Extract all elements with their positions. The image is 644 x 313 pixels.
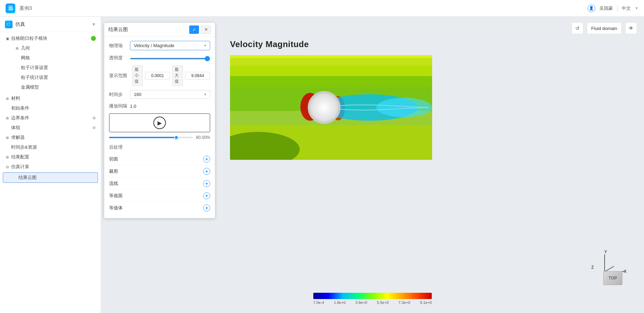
velocity-magnitude-title: Velocity Magnitude (230, 39, 309, 49)
sidebar-item-solver[interactable]: ⊞ 求解器 (0, 133, 101, 142)
particle-calc-label: 粒子计算设置 (15, 65, 96, 71)
post-label: 后处理 (109, 144, 210, 150)
progress-percent: 80.00% (196, 135, 210, 140)
expand-icon: ⊟ (5, 164, 10, 169)
dropdown-arrow-icon: ▾ (204, 43, 206, 48)
sidebar-item-mesh[interactable]: 网格 (15, 53, 101, 63)
status-badge (91, 36, 96, 41)
init-label: 初始条件 (11, 105, 96, 111)
timestep-label: 时间步&资源 (11, 144, 96, 150)
eye-button[interactable]: 👁 (625, 22, 637, 34)
top-controls: ↺ Fluid domain 👁 (572, 22, 637, 34)
sidebar-collapse-icon[interactable]: ▼ (92, 22, 96, 27)
progress-track (109, 137, 193, 138)
close-button[interactable]: ✕ (201, 25, 211, 34)
min-value-input[interactable] (145, 72, 170, 80)
min-label: 最小值 (132, 65, 143, 86)
solver-label: 求解器 (11, 134, 96, 141)
main-area: ⬡ 仿真 ▼ ▣ 拉格朗日粒子模块 ⊞ 几何 网格 (0, 17, 644, 313)
display-range-row: 显示范围 最小值 最大值 (109, 65, 210, 86)
post-item-clip[interactable]: 裁剪 + (109, 165, 210, 178)
colorbar-label-3: 5.5e+0 (377, 300, 389, 305)
expand-icon: ⊞ (5, 155, 10, 159)
sidebar-item-boundary[interactable]: ⊞ 边界条件 ⊕ (0, 113, 101, 123)
progress-fill (109, 137, 176, 138)
expand-icon: ⊞ (5, 96, 10, 101)
colorbar-label-0: 7.0e-4 (313, 300, 324, 305)
user-name: 吴国豪 (599, 5, 613, 12)
add-volume-icon[interactable]: ⊕ (92, 125, 96, 130)
progress-thumb[interactable] (174, 135, 178, 140)
colorbar-label-5: 9.1e+0 (420, 300, 432, 305)
sidebar-item-result-config[interactable]: ⊞ 结果配置 (0, 152, 101, 162)
metal-model-label: 金属模型 (15, 84, 96, 90)
sidebar: ⬡ 仿真 ▼ ▣ 拉格朗日粒子模块 ⊞ 几何 网格 (0, 17, 101, 313)
play-button[interactable]: ▶ (109, 113, 210, 132)
orientation-cube: TOP (603, 271, 622, 285)
expand-icon: ⊞ (15, 46, 20, 51)
confirm-button[interactable]: ✓ (189, 25, 199, 34)
add-boundary-icon[interactable]: ⊕ (92, 115, 96, 120)
physics-selector[interactable]: Velocity / Magnitude ▾ (130, 41, 210, 50)
max-value-input[interactable] (185, 72, 210, 80)
expand-icon: ⊞ (5, 135, 10, 140)
sidebar-header: ⬡ 仿真 ▼ (0, 17, 101, 32)
sidebar-item-timestep[interactable]: 时间步&资源 (0, 142, 101, 152)
language-selector[interactable]: 中文 (622, 5, 631, 12)
z-axis-label: Z (591, 265, 594, 270)
sidebar-item-sim-calc[interactable]: ⊟ 仿真计算 (0, 162, 101, 172)
refresh-button[interactable]: ↺ (572, 22, 583, 34)
app-logo: 远 (6, 3, 15, 13)
colorbar-container: 7.0e-4 1.8e+0 3.6e+0 5.5e+0 7.3e+0 9.1e+… (313, 293, 432, 305)
physics-value: Velocity / Magnitude (134, 43, 174, 48)
timestep-dropdown-icon: ▾ (204, 92, 206, 97)
isosurface-label: 等值面 (109, 193, 123, 199)
volume-label: 体组 (11, 125, 91, 131)
sidebar-item-init[interactable]: 初始条件 (0, 103, 101, 113)
add-clip-icon[interactable]: + (203, 168, 210, 175)
y-axis-line (604, 254, 605, 272)
clip-label: 裁剪 (109, 168, 118, 174)
content-area: ↺ Fluid domain 👁 结果云图 ✓ ✕ 物理场 (101, 17, 644, 313)
app-title: 案例3 (20, 5, 32, 12)
sidebar-item-result-cloud[interactable]: 结果云图 (3, 172, 98, 183)
lagrange-children: ⊞ 几何 网格 粒子计算设置 粒子统计设置 金属模型 (0, 43, 101, 92)
panel-title: 结果云图 (108, 27, 128, 33)
refresh-icon: ↺ (575, 25, 580, 31)
sidebar-item-metal-model[interactable]: 金属模型 (15, 82, 101, 92)
post-section: 后处理 切面 + 裁剪 + 流线 + 等值面 + (109, 144, 210, 214)
range-label: 显示范围 (109, 73, 130, 79)
add-isosurface-icon[interactable]: + (203, 192, 210, 199)
svg-point-11 (308, 91, 340, 124)
panel-actions: ✓ ✕ (189, 25, 211, 34)
topnav-left: 远 案例3 (6, 3, 32, 13)
streamline-label: 流线 (109, 180, 118, 187)
add-slice-icon[interactable]: + (203, 156, 210, 163)
sidebar-item-particle-calc[interactable]: 粒子计算设置 (15, 63, 101, 73)
topnav: 远 案例3 👤 吴国豪 中文 ▼ (0, 0, 644, 17)
colorbar (313, 293, 432, 299)
max-label: 最大值 (172, 65, 183, 86)
add-streamline-icon[interactable]: + (203, 180, 210, 187)
timestep-selector[interactable]: 160 ▾ (130, 90, 210, 99)
sidebar-item-material[interactable]: ⊞ 材料 (0, 94, 101, 103)
orientation-widget: TOP Y X Z (592, 250, 627, 285)
add-isovolume-icon[interactable]: + (203, 204, 210, 211)
sidebar-item-particle-stat[interactable]: 粒子统计设置 (15, 73, 101, 82)
eye-icon: 👁 (629, 25, 634, 31)
transparency-slider[interactable] (130, 58, 210, 59)
physics-label: 物理场 (109, 43, 130, 49)
post-item-isovolume[interactable]: 等值体 + (109, 202, 210, 214)
post-item-slice[interactable]: 切面 + (109, 153, 210, 165)
result-panel: 结果云图 ✓ ✕ 物理场 Velocity / Magnitude ▾ (104, 22, 215, 218)
timestep-label: 时间步 (109, 91, 130, 98)
transparency-label: 透明度 (109, 55, 130, 61)
interval-value: 1.0 (130, 104, 136, 109)
sidebar-item-volume[interactable]: 体组 ⊕ (0, 123, 101, 133)
topnav-right: 👤 吴国豪 中文 ▼ (588, 5, 638, 12)
post-item-isosurface[interactable]: 等值面 + (109, 190, 210, 202)
section-lagrange: ▣ 拉格朗日粒子模块 ⊞ 几何 网格 粒子计算设置 粒子统计设置 (0, 32, 101, 94)
sidebar-item-lagrange[interactable]: ▣ 拉格朗日粒子模块 (0, 33, 101, 43)
sidebar-item-geometry[interactable]: ⊞ 几何 (15, 43, 101, 53)
post-item-streamline[interactable]: 流线 + (109, 178, 210, 190)
